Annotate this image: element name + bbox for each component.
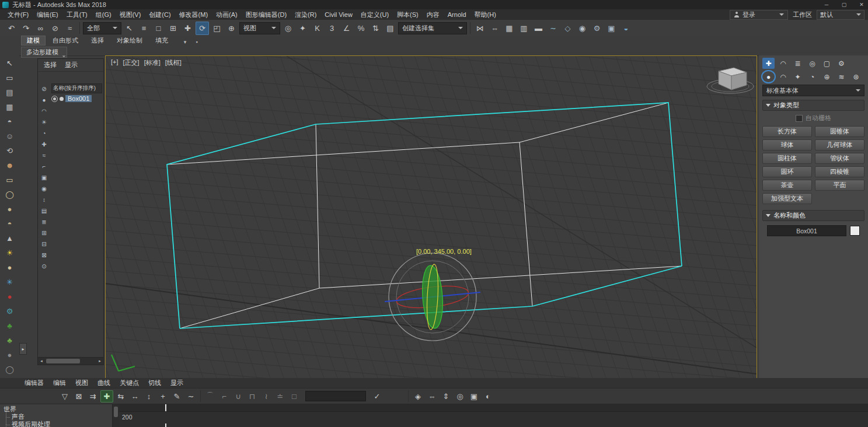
- time-cursor-tick[interactable]: [165, 424, 166, 427]
- zoom-value-extents-button[interactable]: ⇕: [440, 390, 452, 402]
- schematic-view-button[interactable]: ◇: [561, 22, 574, 35]
- sphere-object-icon[interactable]: ●: [3, 261, 17, 274]
- select-and-link-button[interactable]: ∞: [34, 22, 47, 35]
- scroll-left-arrow[interactable]: ◂: [38, 358, 45, 365]
- menu-item[interactable]: 文件(F): [4, 9, 33, 20]
- lock-tangents-toggle[interactable]: ⊓: [246, 390, 259, 402]
- scene-explorer-menu-item[interactable]: 选择: [44, 61, 57, 69]
- rotate-gizmo[interactable]: [385, 253, 480, 341]
- menu-item[interactable]: 图形编辑器(D): [242, 9, 291, 20]
- window-crossing-toggle[interactable]: ⊞: [166, 22, 180, 35]
- pin-explorer-icon[interactable]: ⊙: [40, 262, 49, 271]
- name-color-rollout-header[interactable]: 名称和颜色: [762, 210, 864, 221]
- track-view-menu-item[interactable]: 视图: [75, 379, 88, 387]
- ribbon-tab[interactable]: 对象绘制: [111, 36, 148, 46]
- angle-snap-toggle[interactable]: ∠: [340, 22, 353, 35]
- reference-coordinate-dropdown[interactable]: 视图: [239, 22, 280, 34]
- menu-item[interactable]: 编辑(E): [33, 9, 62, 20]
- select-and-rotate-button[interactable]: ⟳: [196, 22, 209, 35]
- zoom-button[interactable]: ◎: [454, 390, 466, 402]
- menu-item[interactable]: 帮助(H): [470, 9, 500, 20]
- select-by-name-button[interactable]: ≡: [137, 22, 151, 35]
- lock-selection-toggle[interactable]: ⊠: [72, 390, 85, 402]
- zoom-horizontal-extents-button[interactable]: ⇔: [426, 390, 438, 402]
- hierarchy-tab[interactable]: ≣: [792, 58, 804, 69]
- display-space-warps-filter-icon[interactable]: ≈: [40, 151, 49, 160]
- region-keys-tool-button[interactable]: □: [288, 390, 301, 402]
- object-name-input[interactable]: Box001: [767, 225, 846, 236]
- timeline-ruler-band[interactable]: [119, 404, 868, 412]
- show-tangents-toggle[interactable]: ⌒: [204, 390, 217, 402]
- lights-category-button[interactable]: ✦: [792, 71, 804, 82]
- display-geometry-filter-icon[interactable]: ●: [40, 96, 49, 104]
- object-name-label[interactable]: Box001: [65, 95, 92, 102]
- primitive-button[interactable]: 加强型文本: [762, 193, 812, 204]
- rendered-frame-window-button[interactable]: ▣: [605, 22, 618, 35]
- systems-category-button[interactable]: ⊛: [850, 71, 862, 82]
- toolbar-flyout-arrow[interactable]: ▸: [19, 343, 27, 355]
- keyboard-shortcut-override-toggle[interactable]: K: [311, 22, 324, 35]
- snowflake-object-icon[interactable]: ✳: [3, 275, 17, 288]
- select-and-place-button[interactable]: ⊕: [225, 22, 238, 35]
- shapes-category-button[interactable]: ◠: [777, 71, 789, 82]
- scroll-right-arrow[interactable]: ▸: [96, 358, 103, 365]
- object-color-swatch[interactable]: [850, 226, 860, 236]
- named-selection-set-combo[interactable]: 创建选择集: [398, 22, 467, 34]
- hierarchy-view-icon[interactable]: ≣: [40, 218, 49, 226]
- sort-icon[interactable]: ↕: [40, 195, 49, 204]
- material-editor-button[interactable]: ◉: [576, 22, 589, 35]
- select-and-scale-button[interactable]: ◰: [210, 22, 224, 35]
- display-materials-filter-icon[interactable]: ◉: [40, 184, 49, 193]
- menu-item[interactable]: 脚本(S): [393, 9, 423, 20]
- panel-list-icon[interactable]: ▤: [3, 86, 17, 99]
- simplify-curve-button[interactable]: ∼: [184, 390, 197, 402]
- cameras-category-button[interactable]: ◔: [806, 71, 818, 82]
- primitive-button[interactable]: 四棱锥: [815, 166, 864, 177]
- ribbon-config-button[interactable]: ▪: [193, 38, 201, 46]
- modify-tab[interactable]: ◠: [777, 58, 789, 69]
- ellipse-object-icon[interactable]: ◯: [3, 188, 17, 201]
- gizmo-y-ring-active[interactable]: [420, 265, 444, 329]
- bind-to-space-warp-button[interactable]: ≈: [63, 22, 76, 35]
- scale-values-button[interactable]: ↕: [142, 390, 155, 402]
- toggle-scene-explorer-button[interactable]: ▦: [503, 22, 516, 35]
- scene-explorer-hscrollbar[interactable]: ◂ ▸: [38, 357, 103, 365]
- sort-header[interactable]: 名称(按升序排序): [51, 83, 102, 93]
- viewport-canvas[interactable]: [0.00, 345.00, 0.00]: [106, 56, 757, 378]
- primitive-button[interactable]: 球体: [762, 139, 812, 150]
- menu-item[interactable]: 工具(T): [62, 9, 92, 20]
- viewcube[interactable]: [707, 68, 754, 93]
- scene-object-row[interactable]: Box001: [50, 94, 103, 103]
- list-view-icon[interactable]: ▤: [40, 206, 49, 215]
- primitive-button[interactable]: 圆锥体: [815, 126, 864, 137]
- motion-tab[interactable]: ◎: [806, 58, 818, 69]
- track-view-menu-item[interactable]: 显示: [170, 379, 183, 387]
- display-none-filter-icon[interactable]: ⊘: [40, 85, 49, 93]
- viewport-label-segment[interactable]: [标准]: [144, 58, 161, 67]
- display-shapes-filter-icon[interactable]: ◠: [40, 107, 49, 116]
- scale-keys-button[interactable]: ↔: [128, 390, 141, 402]
- scene-explorer-menu-item[interactable]: 显示: [65, 61, 78, 69]
- select-and-manipulate-button[interactable]: ✦: [296, 22, 309, 35]
- sign-in-button[interactable]: 登录: [730, 10, 788, 20]
- menu-item[interactable]: Arnold: [444, 10, 470, 19]
- viewport-label-segment[interactable]: [正交]: [123, 58, 140, 67]
- track-view-menu-item[interactable]: 编辑器: [25, 379, 44, 387]
- pan-button[interactable]: ◈: [412, 390, 424, 402]
- scrollbar-thumb[interactable]: [46, 359, 80, 363]
- spinner-snap-toggle[interactable]: ⇅: [369, 22, 382, 35]
- display-helpers-filter-icon[interactable]: ✚: [40, 140, 49, 149]
- toggle-layer-explorer-button[interactable]: ▥: [517, 22, 531, 35]
- viewport-label-segment[interactable]: [+]: [110, 58, 119, 67]
- ribbon-minimize-button[interactable]: ▾: [181, 38, 189, 46]
- visibility-eye-icon[interactable]: [51, 96, 58, 102]
- filters-button[interactable]: ▽: [58, 390, 71, 402]
- primitive-button[interactable]: 几何球体: [815, 139, 864, 150]
- menu-item[interactable]: Civil View: [320, 10, 356, 19]
- show-selected-key-stats-toggle[interactable]: ✓: [371, 390, 384, 402]
- key-value-input[interactable]: [305, 391, 366, 401]
- autogrid-checkbox[interactable]: [796, 115, 803, 122]
- ribbon-tab[interactable]: 选择: [85, 36, 110, 46]
- workspace-select[interactable]: 默认: [817, 10, 864, 20]
- viewport-label-segment[interactable]: [线框]: [165, 58, 182, 67]
